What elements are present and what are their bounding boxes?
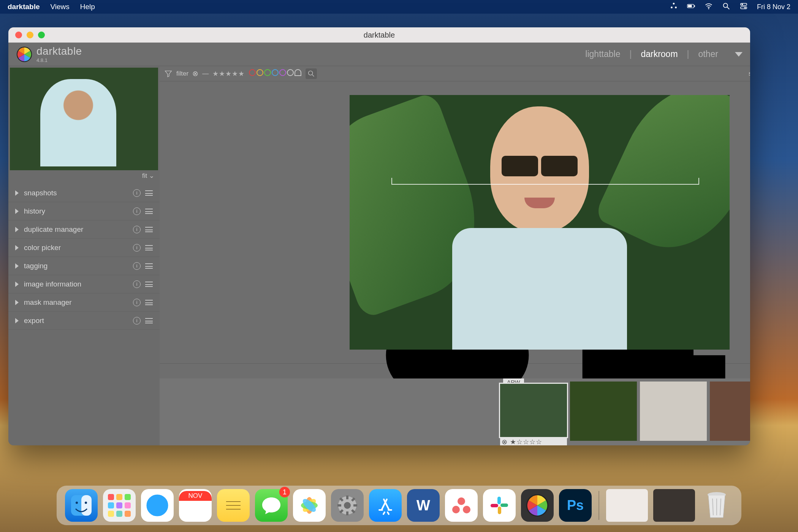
dock-finder[interactable] [65,489,98,522]
info-bar: 1/200 · f/4.5 · 50.0 mm · 100 ISO [160,363,750,378]
svg-rect-118 [497,497,501,504]
filter-funnel-icon[interactable] [164,70,173,78]
window-title: darktable [8,31,750,40]
graduated-density-overlay[interactable] [391,184,699,185]
svg-point-11 [741,3,743,5]
panel-history[interactable]: historyi [8,202,160,220]
wifi-icon[interactable] [705,2,713,12]
svg-point-1 [671,6,673,8]
image-canvas[interactable] [350,95,730,350]
view-dropdown-icon[interactable] [735,52,743,57]
svg-rect-9 [741,3,747,5]
view-darkroom[interactable]: darkroom [641,49,678,59]
dock-photoshop[interactable]: Ps [559,489,592,522]
dock-messages[interactable]: 1 [255,489,288,522]
svg-point-7 [724,3,728,7]
left-sidebar: fit ⌄ snapshotsihistoryiduplicate manage… [8,66,160,445]
control-center-icon[interactable] [739,2,748,12]
svg-rect-120 [498,507,501,514]
panel-duplicate-manager[interactable]: duplicate manageri [8,220,160,239]
dock-darktable[interactable] [521,489,554,522]
menubar-help[interactable]: Help [80,3,95,11]
filmstrip[interactable]: ARW ⊗ ★☆☆☆☆ [160,378,750,445]
panel-image-information[interactable]: image informationi [8,275,160,293]
titlebar: darktable [8,27,750,43]
navigation-preview[interactable] [10,68,158,170]
app-name: darktable [36,45,82,57]
view-lighttable[interactable]: lighttable [585,49,620,59]
center-area: filter ⊗ — ★★★★★ sort by filen… ⌄ 1 ima…… [160,66,750,445]
thumb-2[interactable] [570,382,637,441]
dock-safari[interactable] [141,489,174,522]
app-version: 4.8.1 [36,57,82,63]
svg-point-14 [309,71,313,75]
thumb-1[interactable]: ⊗ ★☆☆☆☆ [500,384,567,437]
svg-rect-93 [81,495,92,516]
spotlight-icon[interactable] [722,2,730,12]
panel-export[interactable]: exporti [8,312,160,330]
svg-point-106 [344,502,351,509]
sort-label: sort by [749,70,750,78]
svg-line-8 [727,7,730,9]
panel-color-picker[interactable]: color pickeri [8,239,160,257]
dock-minimized-window[interactable] [606,489,648,522]
menubar-clock[interactable]: Fri 8 Nov 2 [757,3,790,11]
range-sep: — [202,70,209,78]
svg-rect-5 [694,5,695,7]
filter-label: filter [176,70,188,78]
panel-snapshots[interactable]: snapshotsi [8,184,160,202]
dock-word[interactable]: W [407,489,440,522]
svg-rect-10 [741,6,747,9]
svg-point-6 [708,8,709,9]
dock-trash[interactable] [700,489,733,522]
svg-point-115 [458,497,465,505]
dock-slack[interactable] [483,489,516,522]
dock: NOV8 1 W Ps [57,486,741,525]
darktable-logo-icon [16,46,33,63]
color-label-filter[interactable] [249,69,302,78]
filter-bar: filter ⊗ — ★★★★★ sort by filen… ⌄ 1 ima…… [160,66,750,81]
menubar-app[interactable]: darktable [8,3,40,11]
zoom-fit[interactable]: fit ⌄ [8,172,160,182]
text-search-icon[interactable] [306,68,317,79]
thumb-4[interactable] [710,382,750,441]
svg-point-12 [744,7,746,8]
dock-launchpad[interactable] [103,489,136,522]
svg-rect-121 [491,504,498,507]
mac-menubar: darktable Views Help Fri 8 Nov 2 [0,0,798,14]
thumb-rating[interactable]: ⊗ ★☆☆☆☆ [500,438,567,445]
thumb-3[interactable] [640,382,707,441]
dock-minimized-window-2[interactable] [653,489,695,522]
dock-photos[interactable] [293,489,326,522]
svg-point-2 [675,6,677,8]
dock-notes[interactable] [217,489,250,522]
dock-settings[interactable] [331,489,364,522]
svg-rect-119 [500,504,508,507]
dock-asana[interactable] [445,489,478,522]
star-filter[interactable]: ★★★★★ [212,70,245,78]
svg-rect-4 [688,5,692,7]
svg-point-117 [463,506,470,513]
panel-mask-manager[interactable]: mask manageri [8,293,160,312]
svg-point-95 [85,502,87,504]
svg-line-15 [312,74,314,76]
view-other[interactable]: other [698,49,718,59]
app-window: darktable darktable 4.8.1 lighttable | d… [8,27,750,445]
reject-icon[interactable]: ⊗ [192,69,198,78]
svg-point-116 [452,506,460,513]
svg-point-0 [673,3,675,5]
status-dots-icon[interactable] [670,2,678,12]
svg-point-94 [76,502,78,504]
dock-calendar[interactable]: NOV8 [179,489,212,522]
dock-appstore[interactable] [369,489,402,522]
menubar-views[interactable]: Views [50,3,69,11]
panel-tagging[interactable]: taggingi [8,257,160,275]
battery-icon[interactable] [687,2,695,12]
